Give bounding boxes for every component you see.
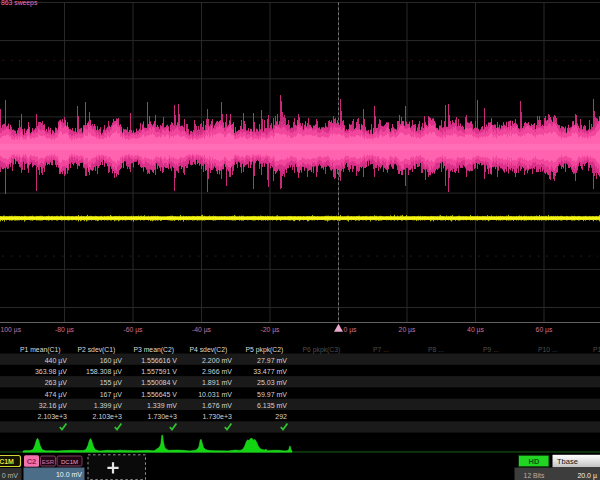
svg-text:10.0 mV: 10.0 mV [56,471,82,478]
svg-text:27.97 mV: 27.97 mV [257,357,287,364]
svg-text:DC1M: DC1M [61,459,78,465]
svg-text:20.0 µ: 20.0 µ [577,472,597,480]
svg-text:2.200 mV: 2.200 mV [202,357,232,364]
svg-text:440 µV: 440 µV [45,357,68,365]
svg-text:P6 pkpk(C3): P6 pkpk(C3) [303,346,341,354]
svg-text:263 µV: 263 µV [45,379,68,387]
svg-text:59.97 mV: 59.97 mV [257,391,287,398]
svg-text:P10 ...: P10 ... [538,346,558,353]
svg-text:P1: P1 [593,346,600,353]
svg-text:167 µV: 167 µV [100,391,123,399]
svg-text:-80 µs: -80 µs [55,326,75,334]
svg-text:1.730e+3: 1.730e+3 [148,413,177,420]
svg-text:P8 ...: P8 ... [428,346,444,353]
svg-text:6.135 mV: 6.135 mV [257,402,287,409]
svg-text:Tbase: Tbase [557,457,578,466]
svg-text:-60 µs: -60 µs [123,326,143,334]
svg-text:158.308 µV: 158.308 µV [86,368,122,376]
svg-text:32.16 µV: 32.16 µV [39,402,67,410]
svg-text:ESR: ESR [42,459,55,465]
svg-text:P5 pkpk(C2): P5 pkpk(C2) [246,346,284,354]
svg-text:100 µs: 100 µs [1,326,22,334]
svg-text:2.103e+3: 2.103e+3 [93,413,122,420]
svg-text:363.98 µV: 363.98 µV [35,368,67,376]
svg-text:0 µs: 0 µs [344,326,358,334]
svg-text:1.676 mV: 1.676 mV [202,402,232,409]
svg-text:2.966 mV: 2.966 mV [202,368,232,375]
svg-text:2.103e+3: 2.103e+3 [38,413,67,420]
svg-text:1.399 µV: 1.399 µV [94,402,122,410]
svg-text:10.031 mV: 10.031 mV [198,391,232,398]
svg-text:-20 µs: -20 µs [260,326,280,334]
svg-text:160 µV: 160 µV [100,357,123,365]
svg-text:155 µV: 155 µV [100,379,123,387]
svg-text:DC1M: DC1M [0,458,14,465]
svg-text:P7 ...: P7 ... [373,346,389,353]
svg-text:P9 ...: P9 ... [483,346,499,353]
svg-text:1.550084 V: 1.550084 V [141,379,177,386]
svg-text:474 µV: 474 µV [45,391,68,399]
svg-text:1.556616 V: 1.556616 V [141,357,177,364]
svg-text:-40 µs: -40 µs [192,326,212,334]
svg-text:25.03 mV: 25.03 mV [257,379,287,386]
svg-text:P3 mean(C2): P3 mean(C2) [134,346,174,354]
svg-text:0 mV: 0 mV [2,472,19,479]
svg-text:1.556645 V: 1.556645 V [141,391,177,398]
svg-text:20 µs: 20 µs [399,326,416,334]
svg-text:60 µs: 60 µs [536,326,553,334]
svg-text:P2 sdev(C1): P2 sdev(C1) [78,346,116,354]
svg-text:1.557591 V: 1.557591 V [141,368,177,375]
svg-text:12 Bits: 12 Bits [524,472,545,479]
svg-text:292: 292 [275,413,287,420]
svg-text:40 µs: 40 µs [467,326,484,334]
svg-text:33.477 mV: 33.477 mV [253,368,287,375]
svg-text:1.730e+3: 1.730e+3 [203,413,232,420]
svg-text:1.891 mV: 1.891 mV [202,379,232,386]
svg-text:P4 sdev(C2): P4 sdev(C2) [190,346,228,354]
svg-text:HD: HD [529,457,540,466]
svg-text:P1 mean(C1): P1 mean(C1) [20,346,60,354]
svg-text:C2: C2 [27,457,37,466]
svg-text:1.339 mV: 1.339 mV [147,402,177,409]
